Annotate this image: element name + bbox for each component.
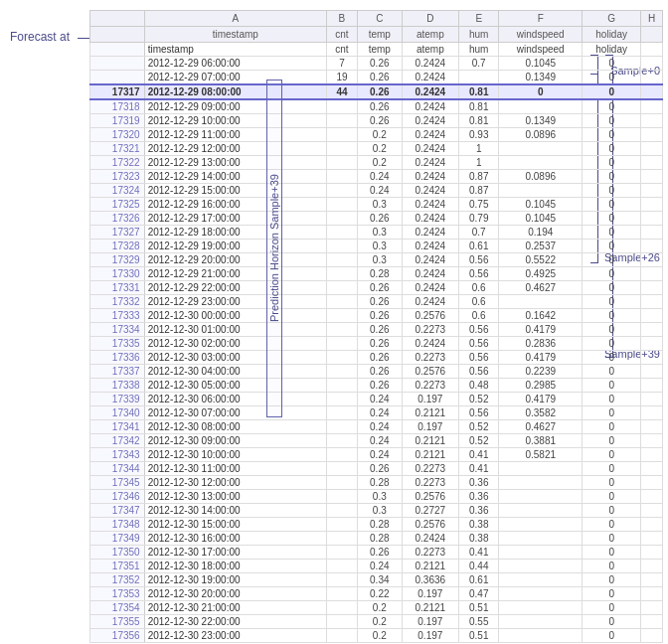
cell-7: 0	[583, 114, 641, 128]
cell-3: 0.22	[357, 587, 402, 601]
cell-0: 17352	[90, 573, 145, 587]
cell-4: atemp	[402, 43, 458, 57]
cell-5: 1	[459, 142, 499, 156]
cell-5: 0.36	[459, 490, 499, 504]
cell-6	[499, 476, 583, 490]
cell-3: 0.3	[357, 490, 402, 504]
cell-4: 0.2424	[402, 57, 458, 71]
cell-5: 0.56	[459, 253, 499, 267]
cell-4: 0.2424	[402, 281, 458, 295]
table-header-row: A B C D E F G H	[90, 11, 663, 27]
table-row: 173442012-12-30 11:00:000.260.22730.410	[90, 462, 663, 476]
cell-6: 0.1045	[499, 212, 583, 226]
cell-7: 0	[583, 601, 641, 615]
cell-3: 0.3	[357, 198, 402, 212]
cell-2	[326, 434, 357, 448]
cell-5: 0.56	[459, 267, 499, 281]
cell-8	[641, 490, 663, 504]
cell-2	[326, 253, 357, 267]
cell-7: 0	[583, 99, 641, 114]
table-subheader-row: timestamp cnt temp atemp hum windspeed h…	[90, 27, 663, 43]
cell-3: 0.24	[357, 434, 402, 448]
cell-5: 0.38	[459, 518, 499, 532]
table-row: 173242012-12-29 15:00:000.240.24240.870	[90, 184, 663, 198]
table-row: 173172012-12-29 08:00:00440.260.24240.81…	[90, 84, 663, 99]
cell-1: 2012-12-30 18:00:00	[144, 560, 326, 573]
cell-7: 0	[583, 184, 641, 198]
table-row: 173382012-12-30 05:00:000.260.22730.480.…	[90, 379, 663, 393]
cell-5: 0.6	[459, 281, 499, 295]
cell-5: 0.87	[459, 184, 499, 198]
cell-8	[641, 99, 663, 114]
cell-6	[499, 504, 583, 518]
cell-4: 0.2273	[402, 546, 458, 560]
cell-4: 0.2424	[402, 226, 458, 240]
cell-6: 0.1349	[499, 71, 583, 85]
cell-6: 0.1045	[499, 57, 583, 71]
cell-3: temp	[357, 43, 402, 57]
cell-3: 0.28	[357, 476, 402, 490]
cell-5: 0.87	[459, 170, 499, 184]
cell-0: 17337	[90, 365, 145, 379]
cell-7: holiday	[583, 43, 641, 57]
cell-4: 0.2121	[402, 434, 458, 448]
cell-0: 17330	[90, 267, 145, 281]
cell-0: 17338	[90, 379, 145, 393]
cell-6: 0	[499, 84, 583, 99]
cell-8	[641, 114, 663, 128]
cell-2	[326, 518, 357, 532]
cell-2	[326, 114, 357, 128]
cell-1: 2012-12-30 06:00:00	[144, 393, 326, 406]
cell-6	[499, 462, 583, 476]
cell-1: 2012-12-29 08:00:00	[144, 84, 326, 99]
cell-7: 0	[583, 379, 641, 393]
col-subheader-extra	[641, 27, 663, 43]
cell-0: 17353	[90, 587, 145, 601]
cell-2	[326, 393, 357, 406]
cell-0: 17341	[90, 420, 145, 434]
table-row: 173432012-12-30 10:00:000.240.21210.410.…	[90, 448, 663, 462]
col-header-a: A	[144, 11, 326, 27]
cell-5: 0.81	[459, 84, 499, 99]
cell-0: 17334	[90, 323, 145, 337]
cell-1: 2012-12-30 23:00:00	[144, 629, 326, 643]
col-subheader-hum: hum	[459, 27, 499, 43]
cell-2	[326, 629, 357, 643]
col-subheader-holiday: holiday	[583, 27, 641, 43]
cell-4: 0.2424	[402, 240, 458, 253]
cell-4: 0.2424	[402, 128, 458, 142]
cell-3: 0.26	[357, 84, 402, 99]
cell-4: 0.2424	[402, 156, 458, 170]
cell-1: 2012-12-29 18:00:00	[144, 226, 326, 240]
cell-4: 0.2121	[402, 448, 458, 462]
cell-5: 0.44	[459, 560, 499, 573]
table-row: 173262012-12-29 17:00:000.260.24240.790.…	[90, 212, 663, 226]
cell-3: 0.26	[357, 351, 402, 365]
cell-5: 0.51	[459, 629, 499, 643]
cell-4: 0.2576	[402, 309, 458, 323]
table-row: 173192012-12-29 10:00:000.260.24240.810.…	[90, 114, 663, 128]
cell-8	[641, 379, 663, 393]
cell-1: 2012-12-30 04:00:00	[144, 365, 326, 379]
table-row: 173322012-12-29 23:00:000.260.24240.60	[90, 295, 663, 309]
cell-3: 0.2	[357, 629, 402, 643]
cell-7: 0	[583, 560, 641, 573]
table-row: 173312012-12-29 22:00:000.260.24240.60.4…	[90, 281, 663, 295]
cell-2	[326, 406, 357, 420]
cell-4: 0.2424	[402, 212, 458, 226]
cell-0	[90, 57, 145, 71]
cell-8	[641, 462, 663, 476]
cell-4: 0.2424	[402, 99, 458, 114]
cell-7: 0	[583, 629, 641, 643]
cell-5: 0.75	[459, 198, 499, 212]
cell-3: 0.26	[357, 337, 402, 351]
cell-0: 17335	[90, 337, 145, 351]
cell-1: 2012-12-30 07:00:00	[144, 406, 326, 420]
cell-2	[326, 142, 357, 156]
cell-7: 0	[583, 226, 641, 240]
cell-2	[326, 420, 357, 434]
cell-5: 0.6	[459, 295, 499, 309]
cell-5: hum	[459, 43, 499, 57]
cell-3: 0.26	[357, 99, 402, 114]
table-row: 173532012-12-30 20:00:000.220.1970.470	[90, 587, 663, 601]
